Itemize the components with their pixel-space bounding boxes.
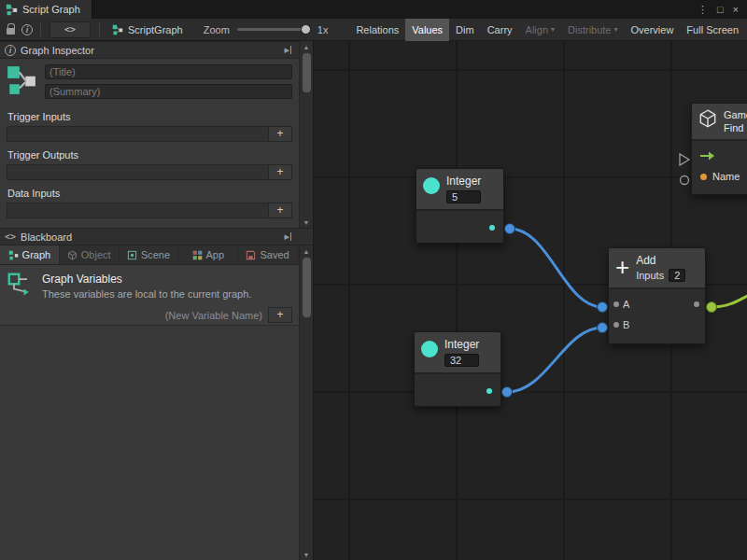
string-port-dot[interactable] — [700, 174, 707, 180]
scroll-down-icon[interactable]: ▼ — [300, 217, 313, 228]
overview-label: Overview — [631, 24, 674, 35]
relations-button[interactable]: Relations — [349, 19, 405, 41]
dim-button[interactable]: Dim — [449, 19, 481, 41]
add-variable-button[interactable]: + — [268, 307, 292, 323]
node-add-inputs-row: Inputs 2 — [636, 269, 685, 282]
inspect-toggle-button[interactable]: i — [19, 19, 35, 41]
graph-variables-subtitle: These variables are local to the current… — [42, 288, 251, 300]
node-integer-1-titles: Integer 5 — [446, 175, 481, 203]
node-find-header[interactable]: Game Find — [692, 104, 747, 141]
blackboard-scrollbar[interactable]: ▲ ▼ — [299, 245, 313, 560]
blackboard-title: Blackboard — [21, 231, 72, 243]
add-trigger-input-button[interactable]: + — [268, 126, 292, 142]
graph-inspector-header[interactable]: i Graph Inspector ▸ — [0, 41, 313, 59]
tab-app[interactable]: App — [178, 245, 238, 264]
inspector-scroll-thumb[interactable] — [303, 53, 311, 92]
graph-identity-row — [0, 59, 313, 104]
graph-variables-text: Graph Variables These variables are loca… — [42, 273, 251, 300]
scroll-down-icon[interactable]: ▼ — [300, 549, 313, 560]
script-graph-icon — [6, 4, 18, 16]
graph-title-field[interactable] — [45, 64, 292, 79]
wire-add-output — [712, 293, 747, 307]
flow-arrow-icon[interactable] — [700, 151, 714, 161]
port-add-input-a[interactable] — [598, 302, 608, 313]
tab-scene[interactable]: Scene — [120, 245, 179, 264]
saved-icon — [246, 250, 256, 260]
zoom-slider-knob[interactable] — [301, 24, 311, 35]
node-add[interactable]: + Add Inputs 2 A B — [608, 247, 706, 344]
node-title-line2: Find — [724, 121, 747, 134]
node-title: Integer — [446, 175, 481, 188]
wire-int2-to-add-b — [507, 328, 602, 392]
overview-button[interactable]: Overview — [625, 19, 681, 41]
align-button[interactable]: Align ▾ — [519, 19, 561, 41]
input-port-a-dot[interactable] — [613, 301, 619, 307]
zoom-label: Zoom — [204, 24, 230, 35]
maximize-icon[interactable]: □ — [717, 4, 724, 15]
tab-script-graph[interactable]: Script Graph — [0, 0, 92, 19]
node-find[interactable]: Game Find Name — [691, 103, 747, 195]
inputs-label: Inputs — [636, 270, 664, 281]
tab-saved-label: Saved — [260, 249, 289, 260]
node-add-header[interactable]: + Add Inputs 2 — [609, 248, 705, 289]
blackboard-panel: <> Blackboard ▸ Graph Object — [0, 228, 313, 560]
node-find-titles: Game Find — [724, 108, 747, 134]
graph-canvas[interactable]: Integer 5 Integer 32 + Add Inputs — [314, 41, 747, 560]
graph-variables-icon — [7, 273, 34, 299]
window-menu-icon[interactable]: ⋮ — [698, 4, 708, 16]
inputs-count-field[interactable]: 2 — [669, 269, 685, 282]
output-port-dot[interactable] — [486, 388, 492, 394]
node-integer-2[interactable]: Integer 32 — [414, 331, 501, 407]
new-variable-field[interactable] — [7, 310, 262, 321]
lock-button[interactable] — [2, 19, 19, 41]
node-integer-1-header[interactable]: Integer 5 — [416, 169, 503, 211]
blackboard-header[interactable]: <> Blackboard ▸ — [0, 228, 313, 245]
port-int2-output[interactable] — [502, 387, 513, 398]
port-find-name-input[interactable] — [681, 176, 689, 185]
port-add-output[interactable] — [707, 302, 717, 313]
toolbar-divider — [99, 22, 100, 36]
integer-icon — [423, 177, 440, 194]
close-icon[interactable]: × — [733, 4, 739, 15]
scroll-up-icon[interactable]: ▲ — [300, 245, 313, 257]
tab-object[interactable]: Object — [60, 245, 120, 264]
tab-saved[interactable]: Saved — [238, 245, 298, 264]
output-port-dot[interactable] — [489, 225, 495, 231]
chevron-down-icon: ▾ — [551, 25, 555, 34]
values-button[interactable]: Values — [405, 19, 449, 41]
integer-value-field[interactable]: 32 — [444, 354, 479, 367]
expand-icon: ▸ — [284, 44, 289, 56]
tab-graph[interactable]: Graph — [0, 245, 60, 264]
tab-graph-label: Graph — [22, 249, 51, 260]
panel-expand-button[interactable]: ▸ — [284, 44, 291, 56]
port-add-input-b[interactable] — [598, 323, 608, 333]
graph-summary-field[interactable] — [45, 84, 292, 99]
integer-value-field[interactable]: 5 — [446, 190, 481, 203]
edit-source-button[interactable]: <> — [49, 21, 91, 38]
inspector-scrollbar[interactable]: ▲ ▼ — [299, 41, 313, 228]
input-port-b-dot[interactable] — [613, 322, 619, 328]
blackboard-scroll-thumb[interactable] — [303, 258, 311, 317]
node-integer-1[interactable]: Integer 5 — [416, 168, 504, 244]
scroll-up-icon[interactable]: ▲ — [300, 41, 313, 52]
add-data-input-button[interactable]: + — [268, 203, 292, 218]
add-trigger-output-button[interactable]: + — [268, 164, 292, 180]
zoom-slider[interactable] — [237, 28, 310, 31]
node-integer-2-header[interactable]: Integer 32 — [415, 332, 500, 374]
graph-inspector-panel: i Graph Inspector ▸ Trigger Inputs + — [0, 41, 313, 228]
port-find-trigger-input[interactable] — [680, 154, 689, 165]
node-add-body: A B — [609, 289, 705, 343]
zoom-value: 1x — [317, 24, 329, 35]
graph-reference-button[interactable]: ScriptGraph — [105, 24, 190, 35]
panel-expand-button[interactable]: ▸ — [284, 231, 291, 243]
output-port-dot[interactable] — [694, 301, 699, 307]
fullscreen-button[interactable]: Full Screen — [680, 19, 745, 41]
window-titlebar: Script Graph ⋮ □ × — [0, 0, 747, 19]
tab-title: Script Graph — [22, 4, 80, 15]
chevron-down-icon: ▾ — [614, 25, 618, 34]
distribute-button[interactable]: Distribute ▾ — [561, 19, 624, 41]
graph-variables-title: Graph Variables — [42, 273, 251, 286]
trigger-port-row — [692, 146, 747, 166]
carry-button[interactable]: Carry — [481, 19, 519, 41]
port-int1-output[interactable] — [505, 224, 515, 234]
